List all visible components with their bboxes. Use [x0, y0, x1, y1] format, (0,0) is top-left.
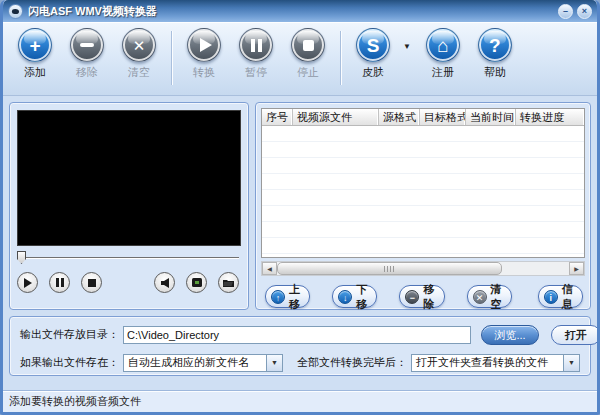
stop-button[interactable]: 停止 — [286, 28, 330, 80]
move-down-button[interactable]: ↓ 下移 — [332, 285, 377, 308]
skin-icon: S — [356, 28, 390, 62]
after-convert-label: 全部文件转换完毕后： — [297, 355, 407, 370]
column-header-target-format[interactable]: 目标格式 — [420, 109, 466, 125]
chevron-down-icon[interactable]: ▼ — [266, 355, 282, 371]
table-body-empty — [262, 126, 584, 257]
plus-icon: + — [18, 28, 52, 62]
cross-icon: ✕ — [473, 290, 487, 304]
table-header: 序号 视频源文件 源格式 目标格式 当前时间 转换进度 — [262, 109, 584, 126]
column-header-progress[interactable]: 转换进度 — [516, 109, 584, 125]
move-up-button[interactable]: ↑ 上移 — [265, 285, 310, 308]
if-exists-label: 如果输出文件存在： — [20, 355, 119, 370]
column-header-index[interactable]: 序号 — [262, 109, 293, 125]
after-convert-select[interactable]: 打开文件夹查看转换的文件 ▼ — [411, 354, 580, 372]
output-dir-label: 输出文件存放目录： — [20, 327, 119, 342]
list-remove-button[interactable]: − 移除 — [399, 285, 444, 308]
toolbar-group-list: + 添加 移除 ✕ 清空 — [13, 28, 161, 80]
clear-button[interactable]: ✕ 清空 — [117, 28, 161, 80]
queue-action-buttons: ↑ 上移 ↓ 下移 − 移除 ✕ 清空 i 信息 — [261, 285, 585, 308]
info-icon: i — [544, 290, 558, 304]
volume-icon — [160, 278, 170, 288]
pause-button[interactable]: 暂停 — [234, 28, 278, 80]
queue-panel: 序号 视频源文件 源格式 目标格式 当前时间 转换进度 ◀ ▶ ↑ — [255, 102, 591, 310]
toolbar-separator — [340, 31, 341, 85]
stop-icon — [291, 28, 325, 62]
home-icon: ⌂ — [426, 28, 460, 62]
scrollbar-grip — [384, 266, 396, 272]
column-header-current-time[interactable]: 当前时间 — [466, 109, 516, 125]
app-icon[interactable] — [8, 4, 23, 19]
info-button[interactable]: i 信息 — [538, 285, 583, 308]
question-icon: ? — [478, 28, 512, 62]
arrow-down-icon: ↓ — [338, 290, 352, 304]
list-clear-button[interactable]: ✕ 清空 — [467, 285, 512, 308]
output-dir-input[interactable] — [123, 326, 471, 344]
minus-icon — [70, 28, 104, 62]
window-controls: – × — [558, 4, 592, 19]
skin-dropdown-arrow-icon[interactable]: ▼ — [403, 42, 411, 51]
play-icon — [23, 278, 32, 288]
title-bar: 闪电ASF WMV视频转换器 – × — [3, 0, 597, 22]
remove-button[interactable]: 移除 — [65, 28, 109, 80]
playback-controls — [17, 272, 241, 293]
open-button[interactable]: 打开 — [551, 325, 600, 345]
column-header-source-file[interactable]: 视频源文件 — [293, 109, 379, 125]
minimize-button[interactable]: – — [558, 4, 573, 19]
pause-icon — [56, 278, 64, 287]
if-exists-select[interactable]: 自动生成相应的新文件名 ▼ — [123, 354, 283, 372]
preview-pause-button[interactable] — [49, 272, 70, 293]
horizontal-scrollbar[interactable]: ◀ ▶ — [261, 261, 585, 276]
if-exists-value: 自动生成相应的新文件名 — [124, 355, 266, 370]
close-button[interactable]: × — [577, 4, 592, 19]
toolbar-group-convert: 转换 暂停 停止 — [182, 28, 330, 80]
snapshot-button[interactable] — [186, 272, 207, 293]
snapshot-icon — [192, 278, 202, 287]
status-bar: 添加要转换的视频音频文件 — [3, 390, 597, 412]
scroll-right-arrow-icon[interactable]: ▶ — [569, 262, 584, 275]
status-text: 添加要转换的视频音频文件 — [9, 394, 141, 409]
pause-icon — [239, 28, 273, 62]
video-preview — [17, 110, 241, 246]
scroll-left-arrow-icon[interactable]: ◀ — [262, 262, 277, 275]
toolbar-separator — [171, 31, 172, 85]
folder-icon — [223, 278, 234, 287]
add-button[interactable]: + 添加 — [13, 28, 57, 80]
register-button[interactable]: ⌂ 注册 — [421, 28, 465, 80]
seek-thumb[interactable] — [17, 251, 26, 264]
column-header-source-format[interactable]: 源格式 — [379, 109, 420, 125]
browse-button[interactable]: 浏览... — [481, 325, 539, 345]
convert-button[interactable]: 转换 — [182, 28, 226, 80]
app-window: 闪电ASF WMV视频转换器 – × + 添加 移除 ✕ 清空 — [0, 0, 600, 415]
main-area: 序号 视频源文件 源格式 目标格式 当前时间 转换进度 ◀ ▶ ↑ — [3, 96, 597, 310]
preview-panel — [9, 102, 249, 310]
window-title: 闪电ASF WMV视频转换器 — [28, 4, 553, 19]
output-options-row: 如果输出文件存在： 自动生成相应的新文件名 ▼ 全部文件转换完毕后： 打开文件夹… — [20, 352, 580, 373]
seek-track[interactable] — [19, 257, 239, 259]
seek-bar[interactable] — [17, 251, 241, 266]
open-folder-button[interactable] — [218, 272, 239, 293]
arrow-up-icon: ↑ — [271, 290, 285, 304]
play-icon — [187, 28, 221, 62]
volume-button[interactable] — [154, 272, 175, 293]
scrollbar-thumb[interactable] — [277, 262, 502, 275]
minus-icon: − — [405, 290, 419, 304]
output-dir-row: 输出文件存放目录： 浏览... 打开 — [20, 324, 580, 345]
file-list-table: 序号 视频源文件 源格式 目标格式 当前时间 转换进度 — [261, 108, 585, 258]
stop-icon — [88, 279, 96, 287]
after-convert-value: 打开文件夹查看转换的文件 — [412, 355, 563, 370]
preview-play-button[interactable] — [17, 272, 38, 293]
toolbar-group-app: S 皮肤 ▼ ⌂ 注册 ? 帮助 — [351, 28, 517, 80]
toolbar: + 添加 移除 ✕ 清空 转换 暂停 停止 — [3, 22, 597, 96]
chevron-down-icon[interactable]: ▼ — [563, 355, 579, 371]
output-settings-panel: 输出文件存放目录： 浏览... 打开 如果输出文件存在： 自动生成相应的新文件名… — [9, 316, 591, 376]
help-button[interactable]: ? 帮助 — [473, 28, 517, 80]
preview-stop-button[interactable] — [81, 272, 102, 293]
cross-icon: ✕ — [122, 28, 156, 62]
skin-button[interactable]: S 皮肤 — [351, 28, 395, 80]
